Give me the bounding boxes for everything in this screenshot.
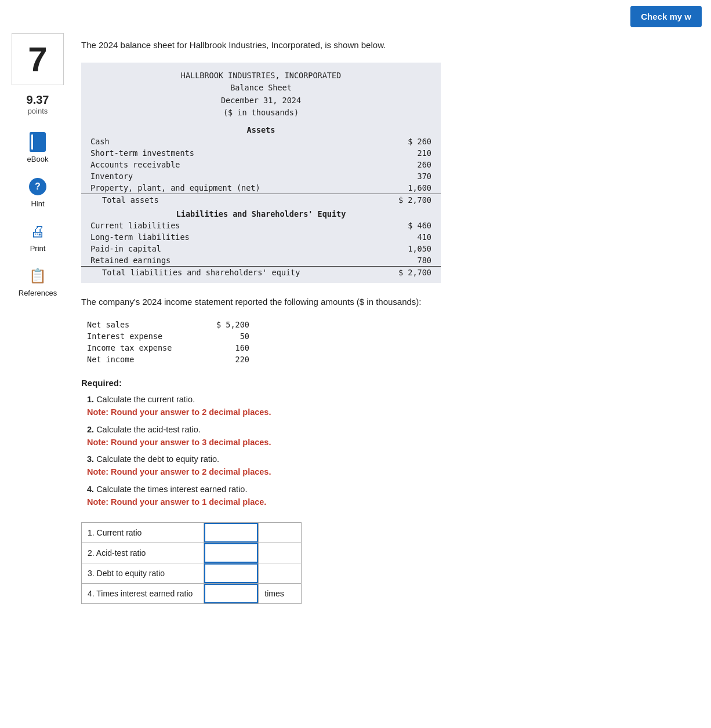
question-number: 7 [28, 39, 47, 79]
ebook-icon [27, 132, 48, 152]
is-netsales-value: $ 5,200 [209, 319, 255, 330]
main-content: The 2024 balance sheet for Hallbrook Ind… [75, 33, 711, 610]
bs-ar-value: 260 [333, 159, 441, 170]
answer-row-4: 4. Times interest earned ratio times [82, 584, 302, 604]
answer-input-td-2 [204, 543, 259, 563]
table-row: Net income 220 [81, 354, 255, 365]
income-intro: The company's 2024 income statement repo… [81, 296, 694, 309]
req-num-2: 2. [87, 425, 94, 434]
total-liabilities-value: $ 2,700 [333, 266, 441, 278]
hint-icon: ? [27, 176, 48, 197]
is-interest-label: Interest expense [81, 330, 209, 342]
bs-sti-label: Short-term investments [81, 147, 333, 159]
list-item: 4. Calculate the times interest earned r… [87, 483, 694, 509]
total-assets-row: Total assets $ 2,700 [81, 194, 441, 206]
balance-sheet-wrapper: HALLBROOK INDUSTRIES, INCORPORATED Balan… [81, 63, 441, 283]
bs-sti-value: 210 [333, 147, 441, 159]
intro-text: The 2024 balance sheet for Hallbrook Ind… [81, 39, 694, 52]
req-note-2: Note: Round your answer to 3 decimal pla… [87, 438, 271, 447]
current-ratio-input[interactable] [204, 523, 259, 543]
ebook-label: eBook [27, 155, 49, 163]
req-text-2: Calculate the acid-test ratio. [96, 425, 201, 434]
req-note-4: Note: Round your answer to 1 decimal pla… [87, 497, 266, 507]
bs-cl-label: Current liabilities [81, 220, 333, 231]
list-item: 3. Calculate the debt to equity ratio. N… [87, 453, 694, 479]
debt-equity-ratio-input[interactable] [204, 563, 259, 583]
list-item: 2. Calculate the acid-test ratio. Note: … [87, 424, 694, 449]
table-row: Long-term liabilities 410 [81, 231, 441, 243]
answer-label-4: 4. Times interest earned ratio [82, 584, 204, 604]
answer-row-3: 3. Debt to equity ratio [82, 563, 302, 584]
answer-suffix-3 [259, 563, 302, 584]
table-row: Retained earnings 780 [81, 254, 441, 267]
is-netsales-label: Net sales [81, 319, 209, 330]
points-label: points [27, 107, 49, 115]
answer-label-1: 1. Current ratio [82, 523, 204, 543]
answer-suffix-4: times [259, 584, 302, 604]
req-num-4: 4. [87, 485, 94, 494]
is-interest-value: 50 [209, 330, 255, 342]
bs-pic-label: Paid-in capital [81, 243, 333, 254]
answer-row-2: 2. Acid-test ratio [82, 543, 302, 563]
bs-re-label: Retained earnings [81, 254, 333, 267]
total-liabilities-row: Total liabilities and shareholders' equi… [81, 266, 441, 278]
times-interest-earned-input[interactable] [204, 584, 259, 603]
bs-unit: ($ in thousands) [81, 107, 441, 119]
assets-header: Assets [81, 122, 441, 136]
req-note-1: Note: Round your answer to 2 decimal pla… [87, 407, 271, 417]
bs-ar-label: Accounts receivable [81, 159, 333, 170]
liabilities-header: Liabilities and Shareholders' Equity [81, 206, 441, 220]
is-netinc-label: Net income [81, 354, 209, 365]
hint-label: Hint [31, 199, 44, 208]
print-label: Print [30, 244, 46, 253]
sidebar-item-ebook[interactable]: eBook [27, 132, 49, 163]
answer-table: 1. Current ratio 2. Acid-test ratio 3. D… [81, 522, 302, 604]
balance-sheet-table: Assets Cash $ 260 Short-term investments… [81, 122, 441, 278]
is-taxexp-value: 160 [209, 342, 255, 354]
answer-label-3: 3. Debt to equity ratio [82, 563, 204, 584]
table-row: Income tax expense 160 [81, 342, 255, 354]
table-row: Paid-in capital 1,050 [81, 243, 441, 254]
answer-row-1: 1. Current ratio [82, 523, 302, 543]
points-section: 9.37 points [27, 93, 49, 115]
bs-pic-value: 1,050 [333, 243, 441, 254]
question-number-box: 7 [12, 33, 64, 85]
req-num-3: 3. [87, 454, 94, 464]
check-my-work-button[interactable]: Check my w [630, 6, 702, 27]
bs-inv-value: 370 [333, 170, 441, 182]
sidebar-item-print[interactable]: 🖨 Print [27, 221, 48, 253]
table-row: Short-term investments 210 [81, 147, 441, 159]
is-netinc-value: 220 [209, 354, 255, 365]
references-label: References [19, 289, 57, 297]
income-statement-table: Net sales $ 5,200 Interest expense 50 In… [81, 319, 255, 365]
req-num-1: 1. [87, 395, 94, 404]
table-row: Net sales $ 5,200 [81, 319, 255, 330]
print-icon: 🖨 [27, 221, 48, 242]
answer-input-td-4 [204, 584, 259, 604]
bs-company: HALLBROOK INDUSTRIES, INCORPORATED [81, 70, 441, 82]
answer-suffix-2 [259, 543, 302, 563]
acid-test-ratio-input[interactable] [204, 543, 259, 563]
bs-ll-label: Long-term liabilities [81, 231, 333, 243]
is-taxexp-label: Income tax expense [81, 342, 209, 354]
bs-header: HALLBROOK INDUSTRIES, INCORPORATED Balan… [81, 70, 441, 119]
answer-input-td-3 [204, 563, 259, 584]
table-row: Cash $ 260 [81, 136, 441, 147]
total-liabilities-label: Total liabilities and shareholders' equi… [81, 266, 333, 278]
sidebar-item-references[interactable]: 📋 References [19, 265, 57, 297]
total-assets-value: $ 2,700 [333, 194, 441, 206]
references-icon: 📋 [27, 265, 48, 286]
bs-title: Balance Sheet [81, 82, 441, 94]
sidebar: 7 9.37 points eBook ? Hint 🖨 Print [0, 33, 75, 310]
required-label: Required: [81, 378, 694, 388]
table-row: Current liabilities $ 460 [81, 220, 441, 231]
bs-cash-value: $ 260 [333, 136, 441, 147]
req-text-3: Calculate the debt to equity ratio. [96, 454, 219, 464]
bs-ll-value: 410 [333, 231, 441, 243]
bs-cl-value: $ 460 [333, 220, 441, 231]
sidebar-item-hint[interactable]: ? Hint [27, 176, 48, 208]
table-row: Inventory 370 [81, 170, 441, 182]
answer-label-2: 2. Acid-test ratio [82, 543, 204, 563]
bs-cash-label: Cash [81, 136, 333, 147]
bs-inv-label: Inventory [81, 170, 333, 182]
